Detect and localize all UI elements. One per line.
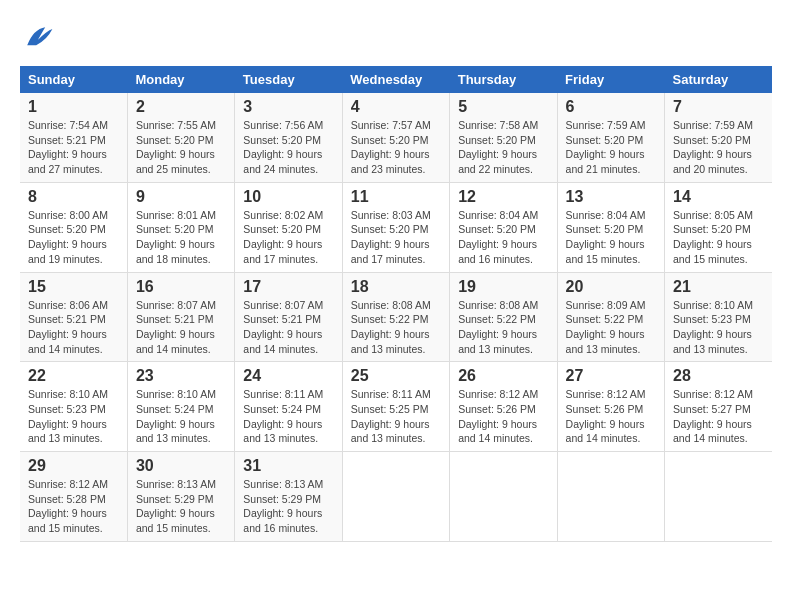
week-row-5: 29 Sunrise: 8:12 AMSunset: 5:28 PMDaylig… bbox=[20, 452, 772, 542]
day-number: 11 bbox=[351, 188, 441, 206]
day-number: 18 bbox=[351, 278, 441, 296]
calendar-cell: 22 Sunrise: 8:10 AMSunset: 5:23 PMDaylig… bbox=[20, 362, 127, 452]
day-info: Sunrise: 8:01 AMSunset: 5:20 PMDaylight:… bbox=[136, 208, 226, 267]
day-number: 23 bbox=[136, 367, 226, 385]
column-header-thursday: Thursday bbox=[450, 66, 557, 93]
day-number: 10 bbox=[243, 188, 333, 206]
day-info: Sunrise: 8:05 AMSunset: 5:20 PMDaylight:… bbox=[673, 208, 764, 267]
day-number: 15 bbox=[28, 278, 119, 296]
week-row-4: 22 Sunrise: 8:10 AMSunset: 5:23 PMDaylig… bbox=[20, 362, 772, 452]
day-number: 28 bbox=[673, 367, 764, 385]
day-number: 13 bbox=[566, 188, 656, 206]
day-info: Sunrise: 8:09 AMSunset: 5:22 PMDaylight:… bbox=[566, 298, 656, 357]
calendar-cell: 9 Sunrise: 8:01 AMSunset: 5:20 PMDayligh… bbox=[127, 182, 234, 272]
calendar-cell: 3 Sunrise: 7:56 AMSunset: 5:20 PMDayligh… bbox=[235, 93, 342, 182]
day-number: 24 bbox=[243, 367, 333, 385]
day-number: 6 bbox=[566, 98, 656, 116]
calendar-cell: 14 Sunrise: 8:05 AMSunset: 5:20 PMDaylig… bbox=[665, 182, 772, 272]
calendar-cell: 7 Sunrise: 7:59 AMSunset: 5:20 PMDayligh… bbox=[665, 93, 772, 182]
calendar-cell: 15 Sunrise: 8:06 AMSunset: 5:21 PMDaylig… bbox=[20, 272, 127, 362]
header bbox=[20, 20, 772, 56]
calendar-cell: 4 Sunrise: 7:57 AMSunset: 5:20 PMDayligh… bbox=[342, 93, 449, 182]
day-info: Sunrise: 8:02 AMSunset: 5:20 PMDaylight:… bbox=[243, 208, 333, 267]
day-number: 27 bbox=[566, 367, 656, 385]
calendar-cell: 2 Sunrise: 7:55 AMSunset: 5:20 PMDayligh… bbox=[127, 93, 234, 182]
calendar-cell bbox=[450, 452, 557, 542]
calendar-cell: 6 Sunrise: 7:59 AMSunset: 5:20 PMDayligh… bbox=[557, 93, 664, 182]
day-number: 29 bbox=[28, 457, 119, 475]
day-number: 9 bbox=[136, 188, 226, 206]
day-number: 20 bbox=[566, 278, 656, 296]
day-number: 5 bbox=[458, 98, 548, 116]
day-number: 3 bbox=[243, 98, 333, 116]
day-info: Sunrise: 8:08 AMSunset: 5:22 PMDaylight:… bbox=[351, 298, 441, 357]
day-info: Sunrise: 8:10 AMSunset: 5:23 PMDaylight:… bbox=[673, 298, 764, 357]
day-info: Sunrise: 8:11 AMSunset: 5:25 PMDaylight:… bbox=[351, 387, 441, 446]
calendar-cell: 28 Sunrise: 8:12 AMSunset: 5:27 PMDaylig… bbox=[665, 362, 772, 452]
day-info: Sunrise: 7:58 AMSunset: 5:20 PMDaylight:… bbox=[458, 118, 548, 177]
logo-icon bbox=[20, 20, 56, 56]
day-number: 12 bbox=[458, 188, 548, 206]
day-number: 14 bbox=[673, 188, 764, 206]
day-info: Sunrise: 8:04 AMSunset: 5:20 PMDaylight:… bbox=[566, 208, 656, 267]
calendar-cell: 16 Sunrise: 8:07 AMSunset: 5:21 PMDaylig… bbox=[127, 272, 234, 362]
column-header-tuesday: Tuesday bbox=[235, 66, 342, 93]
calendar-cell: 30 Sunrise: 8:13 AMSunset: 5:29 PMDaylig… bbox=[127, 452, 234, 542]
day-number: 31 bbox=[243, 457, 333, 475]
day-info: Sunrise: 8:12 AMSunset: 5:28 PMDaylight:… bbox=[28, 477, 119, 536]
column-header-sunday: Sunday bbox=[20, 66, 127, 93]
calendar-cell: 20 Sunrise: 8:09 AMSunset: 5:22 PMDaylig… bbox=[557, 272, 664, 362]
calendar-cell: 23 Sunrise: 8:10 AMSunset: 5:24 PMDaylig… bbox=[127, 362, 234, 452]
calendar-cell bbox=[342, 452, 449, 542]
day-number: 19 bbox=[458, 278, 548, 296]
day-info: Sunrise: 7:54 AMSunset: 5:21 PMDaylight:… bbox=[28, 118, 119, 177]
column-header-friday: Friday bbox=[557, 66, 664, 93]
calendar-cell: 25 Sunrise: 8:11 AMSunset: 5:25 PMDaylig… bbox=[342, 362, 449, 452]
calendar-cell: 21 Sunrise: 8:10 AMSunset: 5:23 PMDaylig… bbox=[665, 272, 772, 362]
day-info: Sunrise: 7:55 AMSunset: 5:20 PMDaylight:… bbox=[136, 118, 226, 177]
day-number: 30 bbox=[136, 457, 226, 475]
day-info: Sunrise: 8:08 AMSunset: 5:22 PMDaylight:… bbox=[458, 298, 548, 357]
column-header-saturday: Saturday bbox=[665, 66, 772, 93]
day-info: Sunrise: 8:03 AMSunset: 5:20 PMDaylight:… bbox=[351, 208, 441, 267]
day-number: 17 bbox=[243, 278, 333, 296]
day-info: Sunrise: 8:13 AMSunset: 5:29 PMDaylight:… bbox=[136, 477, 226, 536]
calendar-cell: 13 Sunrise: 8:04 AMSunset: 5:20 PMDaylig… bbox=[557, 182, 664, 272]
day-number: 26 bbox=[458, 367, 548, 385]
calendar-cell: 24 Sunrise: 8:11 AMSunset: 5:24 PMDaylig… bbox=[235, 362, 342, 452]
day-info: Sunrise: 8:00 AMSunset: 5:20 PMDaylight:… bbox=[28, 208, 119, 267]
day-info: Sunrise: 8:11 AMSunset: 5:24 PMDaylight:… bbox=[243, 387, 333, 446]
day-info: Sunrise: 8:10 AMSunset: 5:24 PMDaylight:… bbox=[136, 387, 226, 446]
day-info: Sunrise: 8:12 AMSunset: 5:27 PMDaylight:… bbox=[673, 387, 764, 446]
day-info: Sunrise: 8:12 AMSunset: 5:26 PMDaylight:… bbox=[566, 387, 656, 446]
day-number: 21 bbox=[673, 278, 764, 296]
day-number: 7 bbox=[673, 98, 764, 116]
day-info: Sunrise: 8:04 AMSunset: 5:20 PMDaylight:… bbox=[458, 208, 548, 267]
calendar-cell: 29 Sunrise: 8:12 AMSunset: 5:28 PMDaylig… bbox=[20, 452, 127, 542]
header-row: SundayMondayTuesdayWednesdayThursdayFrid… bbox=[20, 66, 772, 93]
day-info: Sunrise: 8:12 AMSunset: 5:26 PMDaylight:… bbox=[458, 387, 548, 446]
day-number: 16 bbox=[136, 278, 226, 296]
calendar-cell: 11 Sunrise: 8:03 AMSunset: 5:20 PMDaylig… bbox=[342, 182, 449, 272]
calendar-cell: 27 Sunrise: 8:12 AMSunset: 5:26 PMDaylig… bbox=[557, 362, 664, 452]
calendar-cell: 5 Sunrise: 7:58 AMSunset: 5:20 PMDayligh… bbox=[450, 93, 557, 182]
calendar-cell: 31 Sunrise: 8:13 AMSunset: 5:29 PMDaylig… bbox=[235, 452, 342, 542]
day-number: 2 bbox=[136, 98, 226, 116]
column-header-monday: Monday bbox=[127, 66, 234, 93]
calendar-cell: 10 Sunrise: 8:02 AMSunset: 5:20 PMDaylig… bbox=[235, 182, 342, 272]
day-info: Sunrise: 8:13 AMSunset: 5:29 PMDaylight:… bbox=[243, 477, 333, 536]
week-row-1: 1 Sunrise: 7:54 AMSunset: 5:21 PMDayligh… bbox=[20, 93, 772, 182]
calendar-cell: 17 Sunrise: 8:07 AMSunset: 5:21 PMDaylig… bbox=[235, 272, 342, 362]
day-info: Sunrise: 7:59 AMSunset: 5:20 PMDaylight:… bbox=[566, 118, 656, 177]
calendar-cell: 18 Sunrise: 8:08 AMSunset: 5:22 PMDaylig… bbox=[342, 272, 449, 362]
day-info: Sunrise: 8:06 AMSunset: 5:21 PMDaylight:… bbox=[28, 298, 119, 357]
column-header-wednesday: Wednesday bbox=[342, 66, 449, 93]
calendar-cell: 8 Sunrise: 8:00 AMSunset: 5:20 PMDayligh… bbox=[20, 182, 127, 272]
calendar-cell: 1 Sunrise: 7:54 AMSunset: 5:21 PMDayligh… bbox=[20, 93, 127, 182]
day-number: 22 bbox=[28, 367, 119, 385]
week-row-3: 15 Sunrise: 8:06 AMSunset: 5:21 PMDaylig… bbox=[20, 272, 772, 362]
day-number: 4 bbox=[351, 98, 441, 116]
calendar-cell bbox=[557, 452, 664, 542]
day-info: Sunrise: 7:56 AMSunset: 5:20 PMDaylight:… bbox=[243, 118, 333, 177]
calendar-cell: 26 Sunrise: 8:12 AMSunset: 5:26 PMDaylig… bbox=[450, 362, 557, 452]
